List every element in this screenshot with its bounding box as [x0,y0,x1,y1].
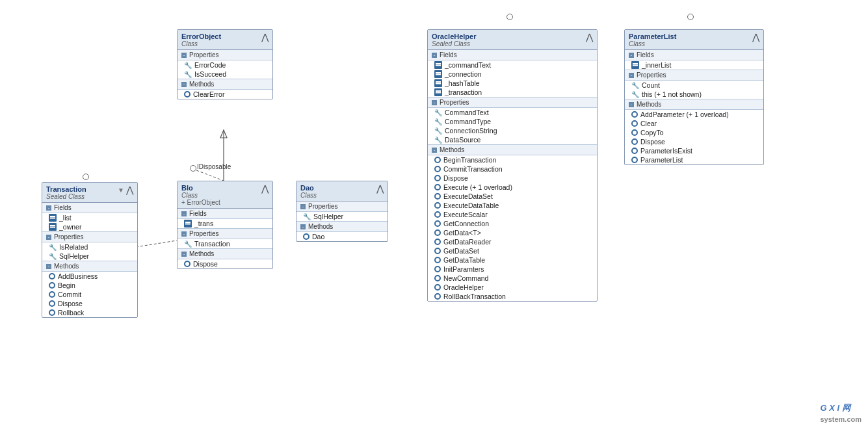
errorobject-methods-header: - Methods [178,79,272,90]
m-icon-oh-dispose [434,175,441,181]
idisposable-label: IDisposable [197,163,231,170]
pl-method-copyto: CopyTo [625,128,763,137]
method-icon-blo-dispose [184,261,191,267]
pl-prop-count: 🔧 Count [625,81,763,90]
transaction-properties-header: - Properties [42,232,137,242]
blo-props-label: Properties [189,230,219,237]
transaction-stereotype: Sealed Class [46,193,86,200]
diagram-canvas: IDisposable Transaction Sealed Class ▼ ⋀… [0,0,868,429]
method-dispose-label: Dispose [58,300,83,307]
oh-field-hash-label: _hashTable [445,79,480,87]
m-icon-getdatatable [434,257,441,263]
props-label: Properties [54,233,84,240]
oh-method-execdt: ExecuteDataTable [428,201,597,210]
blo-methods-section: - Methods Dispose [178,249,272,268]
oh-method-begintrans: BeginTransaction [428,155,597,164]
blo-properties-header: - Properties [178,229,272,239]
transaction-collapse-icon[interactable]: ⋀ [126,185,133,194]
fields-label: Fields [54,204,72,211]
transaction-prop-isrelated: 🔧 IsRelated [42,242,137,252]
oh-field-icon-trans [434,88,442,96]
blo-collapse-icon[interactable]: ⋀ [261,184,269,193]
transaction-properties-section: - Properties 🔧 IsRelated 🔧 SqlHelper [42,232,137,261]
transaction-methods-section: - Methods AddBusiness Begin Commit Dispo… [42,261,137,317]
pl-prop-count-label: Count [642,81,660,89]
oh-prop-icon-datasrc: 🔧 [434,136,442,144]
prop-icon-dao-sqlhelper: 🔧 [303,213,311,220]
parameterlist-stereotype: Class [629,40,676,47]
m-icon-newcmd [434,275,441,281]
oh-field-commandtext: _commandText [428,60,597,70]
oh-method-oraclehelper: OracleHelper [428,283,597,292]
oh-prop-datasource: 🔧 DataSource [428,135,597,144]
blo-title: Blo [181,184,220,192]
pl-m-icon-clear [631,120,638,127]
oraclehelper-stereotype: Sealed Class [432,40,476,47]
parameterlist-methods-section: - Methods AddParameter (+ 1 overload) Cl… [625,99,763,164]
oraclehelper-properties-section: - Properties 🔧 CommandText 🔧 CommandType… [428,98,597,145]
method-begin-label: Begin [58,281,75,289]
blo-stereotype: Class [181,192,220,199]
m-icon-getconn [434,220,441,227]
m-icon-getdata [434,229,441,236]
method-icon-dao [303,233,309,240]
oh-method-getdata: GetData<T> [428,228,597,237]
m-icon-execdt [434,202,441,209]
dao-props-label: Properties [308,203,338,210]
oh-method-getconn: GetConnection [428,219,597,228]
oh-prop-icon-connstr: 🔧 [434,127,442,135]
oh-method-getdatareader: GetDataReader [428,237,597,246]
pl-m-icon-dispose [631,138,638,145]
oh-method-execds: ExecuteDataSet [428,192,597,201]
m-icon-execds [434,193,441,200]
pl-method-parameterlist: ParameterList [625,155,763,164]
oh-field-connection: _connection [428,70,597,79]
pl-m-icon-addparam [631,111,638,118]
methods-collapse[interactable]: - [46,264,51,269]
dao-header: Dao Class ⋀ [296,181,388,202]
oraclehelper-fields-section: - Fields _commandText _connection _hashT… [428,50,597,98]
oraclehelper-collapse-icon[interactable]: ⋀ [586,32,593,42]
methods-label: Methods [54,263,79,270]
watermark-gxi: G X I 网 [820,403,850,413]
oh-method-committrans: CommitTransaction [428,164,597,174]
errorobject-collapse-icon[interactable]: ⋀ [261,32,269,42]
oraclehelper-props-label: Properties [440,99,469,106]
blo-method-dispose: Dispose [178,259,272,268]
oh-method-execscalar: ExecuteScalar [428,210,597,219]
errorobject-stereotype: Class [181,40,221,47]
m-icon-getdataset [434,248,441,254]
oraclehelper-connector [506,14,513,20]
oh-field-hashtable: _hashTable [428,79,597,88]
oh-method-dispose: Dispose [428,174,597,183]
oh-field-cmd-label: _commandText [445,61,491,69]
pl-method-paramexist: ParameterIsExist [625,146,763,155]
oh-method-getdataset: GetDataSet [428,246,597,255]
dao-properties-header: - Properties [296,202,388,212]
blo-prop-transaction: 🔧 Transaction [178,239,272,248]
m-icon-committrans [434,166,441,172]
oh-prop-datasrc-label: DataSource [445,136,480,144]
method-commit-label: Commit [58,291,81,298]
oraclehelper-fields-label: Fields [440,51,457,58]
m-icon-rollbacktrans [434,293,441,300]
prop-transaction-label: Transaction [194,240,230,248]
blo-extends: + ErrorObject [181,199,220,206]
transaction-box: Transaction Sealed Class ▼ ⋀ - Fields _l… [42,182,138,318]
pl-prop-this-label: this (+ 1 not shown) [642,90,702,98]
transaction-method-dispose: Dispose [42,299,137,308]
props-collapse[interactable]: - [46,235,51,240]
oh-method-getdatatable: GetDataTable [428,255,597,265]
method-icon-begin [49,282,55,289]
pl-method-clear: Clear [625,119,763,128]
prop-icon-transaction: 🔧 [184,240,192,248]
dao-method-dao: Dao [296,232,388,241]
dao-collapse-icon[interactable]: ⋀ [376,184,384,193]
parameterlist-fields-label: Fields [637,51,654,58]
m-icon-execscalar [434,211,441,218]
transaction-fields-section: - Fields _list _owner [42,203,137,232]
parameterlist-collapse-icon[interactable]: ⋀ [752,32,759,42]
fields-collapse[interactable]: - [46,205,51,211]
oh-prop-icon-cmdtext: 🔧 [434,109,442,116]
m-icon-execute [434,184,441,190]
